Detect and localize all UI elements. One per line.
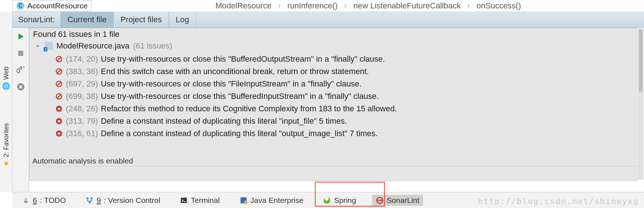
jee-icon [240,196,248,204]
issue-row[interactable]: (316, 61) Define a constant instead of d… [55,127,637,140]
tool-window-favorites[interactable]: ★ 2: Favorites [2,123,11,168]
critical-icon [55,117,63,125]
scrollbar-thumb[interactable] [639,30,643,92]
left-tool-well: 🌐 Web ★ 2: Favorites [0,12,12,192]
tool-window-favorites-label: 2: Favorites [2,123,10,157]
tool-window-web[interactable]: 🌐 Web [2,66,10,90]
issue-location: (383, 36) [66,67,98,76]
svg-rect-18 [181,197,187,203]
sonar-icon [376,196,384,204]
svg-line-7 [57,82,61,86]
svg-line-3 [57,57,61,61]
vcs-icon [86,196,94,204]
bottom-tab-sonar[interactable]: SonarLint [372,195,423,206]
issue-row[interactable]: (699, 38) Use try-with-resources or clos… [55,90,637,103]
blocker-icon [55,80,63,88]
file-row[interactable]: › ModelResource.java (61 issues) [29,40,637,52]
issues-tool-column [12,28,29,192]
chevron-right-icon: › [467,1,470,11]
file-issue-count: (61 issues) [133,41,173,51]
todo-icon [22,196,30,204]
svg-line-5 [57,70,61,73]
blocker-icon [55,68,63,76]
bottom-tab-label: SonarLint [387,196,419,205]
stop-button[interactable] [16,48,26,58]
top-strip: C AccountResource ModelResource › runInf… [12,0,644,12]
settings-button[interactable] [16,65,26,75]
bottom-tab-todo[interactable]: 6: TODO [18,195,70,206]
svg-rect-14 [24,200,28,203]
issue-list: (174, 20) Use try-with-resources or clos… [29,52,637,140]
class-icon: C [16,2,24,10]
class-box[interactable]: C AccountResource [12,0,92,11]
issue-message: Refactor this method to reduce its Cogni… [101,104,397,113]
globe-icon: 🌐 [2,82,10,90]
breadcrumb-item[interactable]: new ListenableFutureCallback [353,1,461,11]
issue-location: (248, 26) [66,104,98,113]
chevron-right-icon: › [344,1,347,11]
status-strip: Automatic analysis is enabled [29,155,637,166]
tab-log[interactable]: Log [169,12,196,27]
breadcrumb-item[interactable]: ModelResource [216,1,272,11]
tab-label: Project files [120,15,162,24]
issue-location: (313, 79) [66,116,98,126]
chevron-right-icon: › [278,1,281,11]
svg-point-13 [24,197,27,200]
java-file-icon [45,42,53,50]
issue-row[interactable]: (313, 79) Define a constant instead of d… [55,115,637,127]
issue-message: Define a constant instead of duplicating… [101,116,347,126]
tab-label: Current file [67,15,107,24]
issues-summary: Found 61 issues in 1 file [29,28,637,40]
bottom-tab-label: Terminal [191,196,220,205]
file-name: ModelResource.java [56,41,130,51]
svg-point-15 [87,197,89,199]
issue-message: Use try-with-resources or close this "Bu… [101,92,379,101]
critical-icon [55,130,63,138]
breadcrumb-item[interactable]: onSuccess() [477,1,521,11]
svg-point-16 [91,197,93,199]
tool-window-web-label: Web [2,66,10,80]
bottom-tab-label: : TODO [40,196,66,205]
bottom-tab-label: : Version Control [104,196,160,205]
bottom-tab-jee[interactable]: Java Enterprise [236,195,307,206]
svg-rect-20 [244,200,247,204]
run-analysis-button[interactable] [16,31,26,42]
issue-row[interactable]: (248, 26) Refactor this method to reduce… [55,103,637,115]
bottom-tab-term[interactable]: Terminal [176,195,223,206]
watermark: http://blog.csdn.net/shineyxg [478,197,639,206]
bottom-tab-label: Java Enterprise [250,196,304,205]
critical-icon [55,105,63,113]
tab-label: Log [176,15,189,24]
spring-icon [323,196,331,204]
issue-row[interactable]: (697, 29) Use try-with-resources or clos… [55,78,637,90]
issue-message: Use try-with-resources or close this "Bu… [101,54,385,64]
issue-message: Define a constant instead of duplicating… [101,129,378,138]
class-name: AccountResource [27,1,88,10]
tab-project-files[interactable]: Project files [114,12,169,27]
breadcrumb-item[interactable]: runInference() [287,1,337,11]
chevron-down-icon[interactable]: › [33,43,43,49]
issue-row[interactable]: (174, 20) Use try-with-resources or clos… [55,53,637,65]
svg-rect-0 [18,51,23,56]
vertical-scrollbar[interactable] [638,28,643,180]
term-icon [180,196,188,204]
tab-current-file[interactable]: Current file [60,12,114,27]
status-text: Automatic analysis is enabled [32,157,133,165]
issue-message: End this switch case with an uncondition… [101,67,369,76]
blocker-icon [55,55,63,63]
bottom-tab-label: Spring [334,196,356,205]
svg-line-9 [57,95,61,98]
star-icon: ★ [2,159,11,168]
sonarlint-tabs-bar: SonarLint: Current file Project files Lo… [12,12,644,28]
clear-button[interactable] [16,82,26,92]
bottom-tab-vcs[interactable]: 9: Version Control [82,195,164,206]
breadcrumb: ModelResource › runInference() › new Lis… [216,1,521,11]
issue-location: (316, 61) [66,129,98,138]
bottom-tab-spring[interactable]: Spring [319,195,360,206]
issue-location: (697, 29) [66,79,98,89]
issue-row[interactable]: (383, 36) End this switch case with an u… [55,65,637,78]
issue-message: Use try-with-resources or close this "Fi… [101,79,361,89]
issue-location: (699, 38) [66,92,98,101]
blocker-icon [55,92,63,100]
issue-location: (174, 20) [66,54,98,64]
